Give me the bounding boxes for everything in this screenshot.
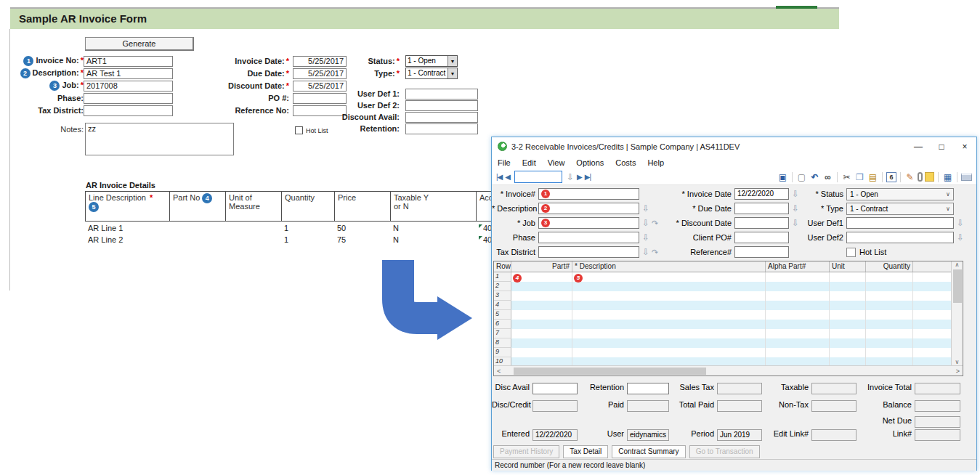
menu-file[interactable]: File bbox=[492, 158, 517, 167]
grid-cell[interactable] bbox=[866, 348, 913, 357]
grid-cell[interactable] bbox=[766, 348, 830, 357]
grid-row[interactable]: 2 bbox=[494, 282, 963, 291]
grid-cell[interactable] bbox=[511, 301, 572, 310]
grid-cell[interactable] bbox=[913, 282, 952, 291]
grid-cell[interactable] bbox=[766, 329, 830, 338]
undo-icon[interactable]: ↶ bbox=[809, 171, 820, 182]
grid-cell[interactable] bbox=[511, 348, 572, 357]
grid-cell[interactable] bbox=[913, 348, 952, 357]
jump-to-icon[interactable]: ↷ bbox=[652, 219, 658, 228]
job-input[interactable]: 3 bbox=[538, 217, 639, 229]
grid-cell[interactable] bbox=[511, 291, 572, 301]
grid-cell[interactable] bbox=[913, 301, 952, 310]
status-select[interactable]: 1 - Open∨ bbox=[846, 188, 954, 200]
calendar-drop-icon[interactable]: ⇩ bbox=[792, 218, 799, 228]
grid-cell[interactable] bbox=[830, 301, 866, 310]
menu-edit[interactable]: Edit bbox=[517, 158, 542, 167]
grid-cell[interactable] bbox=[572, 291, 766, 301]
vertical-scrollbar[interactable]: ∧∨ bbox=[951, 261, 963, 365]
cut-icon[interactable]: ✂ bbox=[841, 171, 852, 182]
scroll-up-icon[interactable]: ∧ bbox=[955, 261, 960, 268]
copy-icon[interactable]: ❐ bbox=[854, 171, 865, 182]
grid-cell[interactable] bbox=[913, 310, 952, 320]
description-input[interactable]: 2 bbox=[538, 203, 639, 214]
grid-cell[interactable] bbox=[866, 282, 913, 291]
lookup-arrow-icon[interactable]: ⇩ bbox=[642, 232, 649, 243]
title-bar[interactable]: 3-2 Receivable Invoices/Credits | Sample… bbox=[492, 137, 976, 155]
maximize-button[interactable]: □ bbox=[930, 137, 953, 155]
grid-cell[interactable] bbox=[913, 291, 952, 301]
calendar-icon[interactable]: 6 bbox=[886, 172, 896, 182]
close-button[interactable]: × bbox=[953, 137, 976, 155]
horizontal-scrollbar[interactable]: <> bbox=[494, 365, 963, 375]
grid-cell[interactable] bbox=[511, 282, 572, 291]
reference-input[interactable] bbox=[734, 246, 789, 258]
grid-cell[interactable] bbox=[511, 320, 572, 329]
notes-textarea[interactable]: zz bbox=[85, 123, 234, 155]
grid-cell[interactable] bbox=[572, 329, 766, 338]
status-dropdown[interactable]: 1 - Open▼ bbox=[405, 55, 458, 67]
attachment-icon[interactable] bbox=[918, 172, 923, 182]
grid-row[interactable]: 7 bbox=[494, 329, 963, 338]
grid-row[interactable]: 3 bbox=[494, 291, 963, 301]
last-record-icon[interactable]: ▶| bbox=[585, 173, 591, 181]
grid-cell[interactable] bbox=[830, 329, 866, 338]
grid-row[interactable]: 6 bbox=[494, 320, 963, 329]
record-lookup-icon[interactable]: ⇩ bbox=[567, 172, 574, 182]
grid-cell[interactable] bbox=[766, 291, 830, 301]
next-record-icon[interactable]: ▶ bbox=[577, 173, 582, 181]
grid-cell[interactable] bbox=[830, 320, 866, 329]
phase-input[interactable] bbox=[84, 93, 173, 104]
lookup-arrow-icon[interactable]: ⇩ bbox=[957, 218, 964, 228]
grid-row[interactable]: 5 bbox=[494, 310, 963, 320]
grid-cell[interactable] bbox=[830, 291, 866, 301]
grid-cell[interactable] bbox=[572, 310, 766, 320]
grid-cell[interactable] bbox=[511, 310, 572, 320]
tax-district-input[interactable] bbox=[538, 246, 639, 258]
find-icon[interactable]: ∞ bbox=[822, 171, 833, 182]
grid-cell[interactable] bbox=[913, 320, 952, 329]
minimize-button[interactable]: — bbox=[907, 137, 930, 155]
grid-cell[interactable] bbox=[913, 272, 952, 282]
invoice-no-input[interactable]: ART1 bbox=[84, 56, 173, 67]
invoice-date-input[interactable]: 12/22/2020 bbox=[734, 188, 789, 200]
invoice-date-input[interactable]: 5/25/2017 bbox=[293, 56, 347, 67]
grid-cell[interactable] bbox=[830, 310, 866, 320]
grid-cell[interactable] bbox=[830, 272, 866, 282]
job-input[interactable]: 2017008 bbox=[84, 81, 173, 92]
menu-help[interactable]: Help bbox=[641, 158, 670, 167]
grid-cell[interactable] bbox=[866, 310, 913, 320]
save-icon[interactable]: ▣ bbox=[777, 171, 788, 182]
jump-to-icon[interactable]: ↷ bbox=[652, 248, 658, 257]
hot-list-checkbox[interactable] bbox=[295, 126, 303, 134]
scroll-left-icon[interactable]: < bbox=[494, 368, 503, 375]
grid-cell[interactable] bbox=[766, 338, 830, 348]
lookup-arrow-icon[interactable]: ⇩ bbox=[957, 232, 964, 243]
due-date-input[interactable] bbox=[734, 203, 789, 214]
retention-input[interactable] bbox=[405, 123, 478, 134]
calculator-icon[interactable]: ▦ bbox=[942, 171, 953, 182]
type-select[interactable]: 1 - Contract∨ bbox=[846, 203, 954, 215]
disc-avail-input[interactable] bbox=[532, 383, 578, 394]
tax-detail-button[interactable]: Tax Detail bbox=[563, 445, 608, 458]
scroll-right-icon[interactable]: > bbox=[953, 368, 963, 375]
retention-input[interactable] bbox=[627, 383, 669, 394]
print-icon[interactable] bbox=[961, 173, 972, 181]
grid-cell[interactable] bbox=[766, 320, 830, 329]
grid-cell-part[interactable]: 4 bbox=[511, 272, 572, 282]
user-def2-input[interactable] bbox=[846, 232, 954, 243]
grid-cell[interactable] bbox=[830, 348, 866, 357]
grid-cell[interactable] bbox=[866, 329, 913, 338]
grid-cell[interactable] bbox=[866, 338, 913, 348]
grid-cell[interactable] bbox=[766, 282, 830, 291]
grid-cell[interactable] bbox=[913, 338, 952, 348]
grid-row[interactable]: 9 bbox=[494, 348, 963, 357]
edit-note-icon[interactable]: ✎ bbox=[904, 171, 915, 182]
invoice-num-input[interactable]: 1 bbox=[538, 188, 639, 200]
record-number-input[interactable] bbox=[514, 171, 562, 183]
user-def1-input[interactable] bbox=[405, 89, 478, 100]
grid-row[interactable]: 1 4 5 bbox=[494, 272, 963, 282]
calendar-drop-icon[interactable]: ⇩ bbox=[792, 203, 799, 214]
grid-cell[interactable] bbox=[511, 338, 572, 348]
first-record-icon[interactable]: |◀ bbox=[496, 173, 502, 181]
